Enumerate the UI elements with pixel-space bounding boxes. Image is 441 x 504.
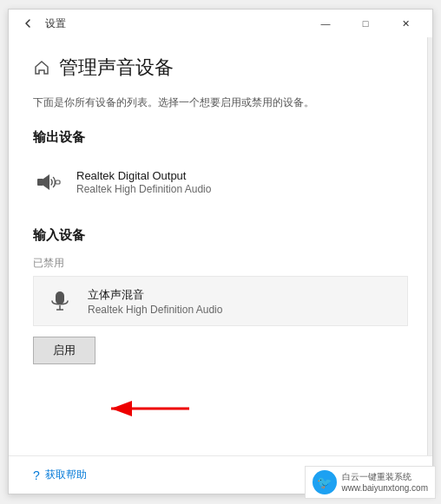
enable-button[interactable]: 启用 [33, 337, 95, 364]
watermark-site: www.baiyunxtong.com [342, 482, 429, 494]
back-button[interactable] [16, 11, 40, 36]
page-description: 下面是你所有设备的列表。选择一个想要启用或禁用的设备。 [33, 95, 408, 110]
output-device-sub: Realtek High Definition Audio [76, 183, 211, 195]
mic-icon [44, 285, 76, 317]
output-device-name: Realtek Digital Output [76, 169, 211, 182]
section-divider [33, 210, 408, 227]
svg-rect-0 [37, 179, 43, 186]
window-controls: — □ ✕ [306, 10, 425, 37]
output-device-info: Realtek Digital Output Realtek High Defi… [76, 169, 211, 195]
input-device-info: 立体声混音 Realtek High Definition Audio [88, 287, 222, 316]
scrollbar[interactable] [427, 37, 432, 455]
disabled-device-row[interactable]: 立体声混音 Realtek High Definition Audio [33, 276, 408, 326]
output-device-item[interactable]: Realtek Digital Output Realtek High Defi… [33, 158, 408, 206]
input-device-sub: Realtek High Definition Audio [88, 304, 222, 316]
input-device-name: 立体声混音 [88, 287, 222, 303]
home-icon [33, 59, 50, 76]
output-section-title: 输出设备 [33, 129, 408, 146]
watermark-info: 白云一键重装系统 www.baiyunxtong.com [342, 471, 429, 494]
titlebar-title: 设置 [45, 16, 306, 31]
help-link[interactable]: ? 获取帮助 [33, 468, 87, 482]
watermark: 🐦 白云一键重装系统 www.baiyunxtong.com [305, 466, 437, 499]
minimize-button[interactable]: — [306, 10, 346, 37]
disabled-label: 已禁用 [33, 256, 408, 271]
close-button[interactable]: ✕ [385, 10, 425, 37]
speaker-icon [33, 167, 64, 198]
help-link-label: 获取帮助 [45, 468, 87, 482]
watermark-name: 白云一键重装系统 [342, 471, 429, 482]
page-header: 管理声音设备 [33, 55, 408, 81]
svg-rect-2 [56, 291, 64, 304]
page-title: 管理声音设备 [59, 55, 174, 81]
svg-rect-1 [56, 180, 60, 184]
question-icon: ? [33, 468, 40, 482]
settings-window: 设置 — □ ✕ 管理声音设备 下面是你所有设备的列表。选择一个想要启用或禁用的… [8, 9, 433, 494]
input-section-title: 输入设备 [33, 227, 408, 244]
content-area: 管理声音设备 下面是你所有设备的列表。选择一个想要启用或禁用的设备。 输出设备 … [9, 37, 432, 455]
maximize-button[interactable]: □ [346, 10, 385, 37]
twitter-bird-icon: 🐦 [313, 470, 337, 494]
titlebar: 设置 — □ ✕ [9, 10, 432, 37]
